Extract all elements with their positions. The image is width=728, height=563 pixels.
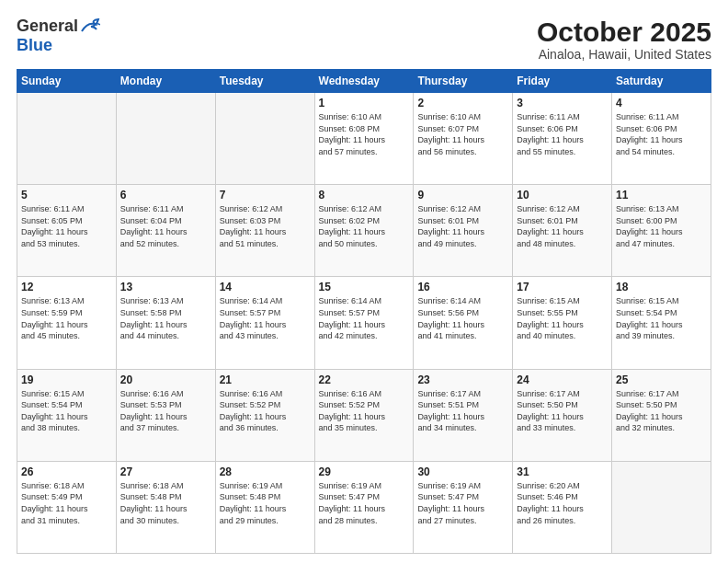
day-number: 7	[220, 189, 311, 201]
day-info: Sunrise: 6:12 AM Sunset: 6:01 PM Dayligh…	[517, 203, 608, 249]
day-number: 29	[319, 465, 410, 478]
header-tuesday: Tuesday	[215, 70, 314, 93]
day-info: Sunrise: 6:18 AM Sunset: 5:48 PM Dayligh…	[120, 480, 211, 526]
day-number: 11	[616, 189, 707, 201]
day-info: Sunrise: 6:17 AM Sunset: 5:50 PM Dayligh…	[616, 388, 707, 434]
day-info: Sunrise: 6:12 AM Sunset: 6:01 PM Dayligh…	[417, 203, 508, 249]
day-number: 25	[616, 373, 707, 386]
day-number: 19	[21, 373, 112, 386]
day-number: 30	[417, 465, 508, 478]
day-number: 18	[616, 281, 707, 293]
table-row: 19Sunrise: 6:15 AM Sunset: 5:54 PM Dayli…	[17, 369, 117, 461]
table-row: 31Sunrise: 6:20 AM Sunset: 5:46 PM Dayli…	[513, 461, 612, 553]
table-row	[17, 93, 117, 185]
day-info: Sunrise: 6:11 AM Sunset: 6:04 PM Dayligh…	[120, 203, 211, 249]
day-number: 1	[319, 97, 410, 109]
calendar-week-row: 26Sunrise: 6:18 AM Sunset: 5:49 PM Dayli…	[17, 461, 711, 553]
logo: General Blue	[17, 17, 100, 55]
calendar-week-row: 5Sunrise: 6:11 AM Sunset: 6:05 PM Daylig…	[17, 185, 711, 277]
table-row: 30Sunrise: 6:19 AM Sunset: 5:47 PM Dayli…	[414, 461, 513, 553]
day-number: 23	[417, 373, 508, 386]
table-row: 6Sunrise: 6:11 AM Sunset: 6:04 PM Daylig…	[116, 185, 215, 277]
day-number: 6	[120, 189, 211, 201]
day-info: Sunrise: 6:11 AM Sunset: 6:05 PM Dayligh…	[21, 203, 112, 249]
day-info: Sunrise: 6:14 AM Sunset: 5:57 PM Dayligh…	[220, 295, 311, 341]
table-row: 7Sunrise: 6:12 AM Sunset: 6:03 PM Daylig…	[215, 185, 314, 277]
table-row: 20Sunrise: 6:16 AM Sunset: 5:53 PM Dayli…	[116, 369, 215, 461]
day-info: Sunrise: 6:20 AM Sunset: 5:46 PM Dayligh…	[517, 480, 608, 526]
weekday-header-row: Sunday Monday Tuesday Wednesday Thursday…	[17, 70, 711, 93]
day-info: Sunrise: 6:16 AM Sunset: 5:52 PM Dayligh…	[319, 388, 410, 434]
table-row: 28Sunrise: 6:19 AM Sunset: 5:48 PM Dayli…	[215, 461, 314, 553]
table-row: 10Sunrise: 6:12 AM Sunset: 6:01 PM Dayli…	[513, 185, 612, 277]
header: General Blue October 2025 Ainaloa, Hawai…	[17, 17, 711, 62]
table-row: 2Sunrise: 6:10 AM Sunset: 6:07 PM Daylig…	[414, 93, 513, 185]
day-number: 28	[220, 465, 311, 478]
day-info: Sunrise: 6:15 AM Sunset: 5:55 PM Dayligh…	[517, 295, 608, 341]
table-row: 5Sunrise: 6:11 AM Sunset: 6:05 PM Daylig…	[17, 185, 117, 277]
header-saturday: Saturday	[612, 70, 711, 93]
table-row: 15Sunrise: 6:14 AM Sunset: 5:57 PM Dayli…	[314, 277, 414, 369]
table-row: 26Sunrise: 6:18 AM Sunset: 5:49 PM Dayli…	[17, 461, 117, 553]
day-number: 10	[517, 189, 608, 201]
table-row: 17Sunrise: 6:15 AM Sunset: 5:55 PM Dayli…	[513, 277, 612, 369]
calendar-week-row: 1Sunrise: 6:10 AM Sunset: 6:08 PM Daylig…	[17, 93, 711, 185]
day-number: 13	[120, 281, 211, 293]
day-info: Sunrise: 6:15 AM Sunset: 5:54 PM Dayligh…	[616, 295, 707, 341]
day-info: Sunrise: 6:10 AM Sunset: 6:08 PM Dayligh…	[319, 111, 410, 157]
table-row: 13Sunrise: 6:13 AM Sunset: 5:58 PM Dayli…	[116, 277, 215, 369]
table-row: 1Sunrise: 6:10 AM Sunset: 6:08 PM Daylig…	[314, 93, 414, 185]
day-info: Sunrise: 6:13 AM Sunset: 5:58 PM Dayligh…	[120, 295, 211, 341]
table-row: 12Sunrise: 6:13 AM Sunset: 5:59 PM Dayli…	[17, 277, 117, 369]
day-info: Sunrise: 6:18 AM Sunset: 5:49 PM Dayligh…	[21, 480, 112, 526]
calendar-table: Sunday Monday Tuesday Wednesday Thursday…	[17, 69, 711, 554]
day-number: 5	[21, 189, 112, 201]
table-row	[612, 461, 711, 553]
day-info: Sunrise: 6:19 AM Sunset: 5:47 PM Dayligh…	[319, 480, 410, 526]
table-row: 24Sunrise: 6:17 AM Sunset: 5:50 PM Dayli…	[513, 369, 612, 461]
day-number: 20	[120, 373, 211, 386]
logo-general-text: General	[17, 17, 78, 36]
day-number: 4	[616, 97, 707, 109]
day-info: Sunrise: 6:13 AM Sunset: 5:59 PM Dayligh…	[21, 295, 112, 341]
day-info: Sunrise: 6:16 AM Sunset: 5:52 PM Dayligh…	[220, 388, 311, 434]
table-row: 18Sunrise: 6:15 AM Sunset: 5:54 PM Dayli…	[612, 277, 711, 369]
title-section: October 2025 Ainaloa, Hawaii, United Sta…	[537, 17, 711, 62]
day-number: 27	[120, 465, 211, 478]
day-info: Sunrise: 6:13 AM Sunset: 6:00 PM Dayligh…	[616, 203, 707, 249]
day-number: 3	[517, 97, 608, 109]
calendar-week-row: 12Sunrise: 6:13 AM Sunset: 5:59 PM Dayli…	[17, 277, 711, 369]
table-row: 11Sunrise: 6:13 AM Sunset: 6:00 PM Dayli…	[612, 185, 711, 277]
day-number: 15	[319, 281, 410, 293]
header-friday: Friday	[513, 70, 612, 93]
table-row: 14Sunrise: 6:14 AM Sunset: 5:57 PM Dayli…	[215, 277, 314, 369]
table-row	[215, 93, 314, 185]
day-number: 9	[417, 189, 508, 201]
day-number: 17	[517, 281, 608, 293]
table-row: 3Sunrise: 6:11 AM Sunset: 6:06 PM Daylig…	[513, 93, 612, 185]
day-number: 26	[21, 465, 112, 478]
day-info: Sunrise: 6:11 AM Sunset: 6:06 PM Dayligh…	[517, 111, 608, 157]
day-number: 14	[220, 281, 311, 293]
day-number: 2	[417, 97, 508, 109]
calendar-week-row: 19Sunrise: 6:15 AM Sunset: 5:54 PM Dayli…	[17, 369, 711, 461]
logo-blue-text: Blue	[17, 36, 52, 55]
table-row: 23Sunrise: 6:17 AM Sunset: 5:51 PM Dayli…	[414, 369, 513, 461]
day-number: 12	[21, 281, 112, 293]
table-row: 16Sunrise: 6:14 AM Sunset: 5:56 PM Dayli…	[414, 277, 513, 369]
header-monday: Monday	[116, 70, 215, 93]
header-thursday: Thursday	[414, 70, 513, 93]
day-info: Sunrise: 6:17 AM Sunset: 5:50 PM Dayligh…	[517, 388, 608, 434]
day-info: Sunrise: 6:19 AM Sunset: 5:48 PM Dayligh…	[220, 480, 311, 526]
table-row: 27Sunrise: 6:18 AM Sunset: 5:48 PM Dayli…	[116, 461, 215, 553]
day-number: 8	[319, 189, 410, 201]
table-row: 21Sunrise: 6:16 AM Sunset: 5:52 PM Dayli…	[215, 369, 314, 461]
day-number: 31	[517, 465, 608, 478]
table-row: 29Sunrise: 6:19 AM Sunset: 5:47 PM Dayli…	[314, 461, 414, 553]
table-row: 4Sunrise: 6:11 AM Sunset: 6:06 PM Daylig…	[612, 93, 711, 185]
day-info: Sunrise: 6:19 AM Sunset: 5:47 PM Dayligh…	[417, 480, 508, 526]
location: Ainaloa, Hawaii, United States	[537, 47, 711, 62]
page: General Blue October 2025 Ainaloa, Hawai…	[0, 0, 728, 563]
month-title: October 2025	[537, 17, 711, 47]
day-number: 24	[517, 373, 608, 386]
